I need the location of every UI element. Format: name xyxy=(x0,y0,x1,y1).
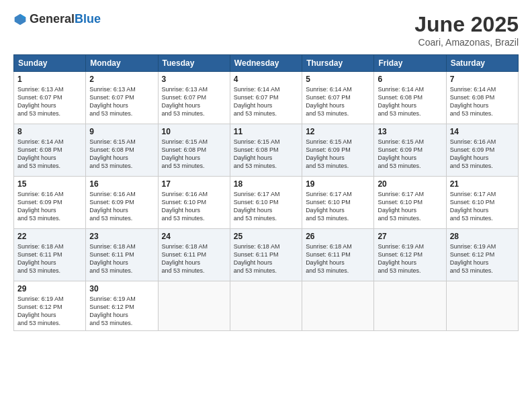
day-number: 30 xyxy=(89,284,154,293)
day-number: 3 xyxy=(162,75,226,84)
calendar-cell: 1 Sunrise: 6:13 AM Sunset: 6:07 PM Dayli… xyxy=(14,72,86,124)
calendar-cell: 20 Sunrise: 6:17 AM Sunset: 6:10 PM Dayl… xyxy=(374,177,446,229)
day-info: Sunrise: 6:15 AM Sunset: 6:09 PM Dayligh… xyxy=(306,138,370,171)
calendar-cell: 23 Sunrise: 6:18 AM Sunset: 6:11 PM Dayl… xyxy=(86,229,158,281)
day-number: 17 xyxy=(162,179,226,189)
day-info: Sunrise: 6:14 AM Sunset: 6:08 PM Dayligh… xyxy=(450,85,515,118)
calendar-weekday-header: Monday xyxy=(86,55,158,72)
day-number: 26 xyxy=(306,232,370,241)
calendar-cell: 28 Sunrise: 6:19 AM Sunset: 6:12 PM Dayl… xyxy=(446,229,518,281)
day-info: Sunrise: 6:14 AM Sunset: 6:07 PM Dayligh… xyxy=(234,85,298,118)
day-number: 15 xyxy=(17,179,82,189)
calendar-cell xyxy=(158,281,230,331)
day-number: 13 xyxy=(378,127,442,136)
day-info: Sunrise: 6:13 AM Sunset: 6:07 PM Dayligh… xyxy=(17,85,82,118)
calendar-cell xyxy=(302,281,374,331)
day-number: 23 xyxy=(89,232,154,241)
calendar-header-row: SundayMondayTuesdayWednesdayThursdayFrid… xyxy=(14,55,519,72)
calendar-cell: 10 Sunrise: 6:15 AM Sunset: 6:08 PM Dayl… xyxy=(158,124,230,177)
calendar-cell xyxy=(446,281,518,331)
calendar-cell: 11 Sunrise: 6:15 AM Sunset: 6:08 PM Dayl… xyxy=(230,124,302,177)
day-info: Sunrise: 6:17 AM Sunset: 6:10 PM Dayligh… xyxy=(306,190,370,223)
day-number: 10 xyxy=(162,127,226,136)
day-info: Sunrise: 6:14 AM Sunset: 6:07 PM Dayligh… xyxy=(306,85,370,118)
day-info: Sunrise: 6:15 AM Sunset: 6:08 PM Dayligh… xyxy=(89,138,154,171)
day-number: 29 xyxy=(17,284,82,293)
calendar-cell: 27 Sunrise: 6:19 AM Sunset: 6:12 PM Dayl… xyxy=(374,229,446,281)
day-info: Sunrise: 6:15 AM Sunset: 6:08 PM Dayligh… xyxy=(162,138,226,171)
calendar-cell: 19 Sunrise: 6:17 AM Sunset: 6:10 PM Dayl… xyxy=(302,177,374,229)
logo: GeneralBlue xyxy=(13,12,101,26)
day-info: Sunrise: 6:18 AM Sunset: 6:11 PM Dayligh… xyxy=(306,242,370,275)
calendar-cell: 5 Sunrise: 6:14 AM Sunset: 6:07 PM Dayli… xyxy=(302,72,374,124)
day-number: 16 xyxy=(89,179,154,189)
day-info: Sunrise: 6:17 AM Sunset: 6:10 PM Dayligh… xyxy=(450,190,515,223)
calendar-cell: 18 Sunrise: 6:17 AM Sunset: 6:10 PM Dayl… xyxy=(230,177,302,229)
calendar-weekday-header: Wednesday xyxy=(230,55,302,72)
calendar-cell: 29 Sunrise: 6:19 AM Sunset: 6:12 PM Dayl… xyxy=(14,281,86,331)
day-number: 18 xyxy=(234,179,298,189)
logo-general: GeneralBlue xyxy=(30,12,101,26)
title-block: June 2025 Coari, Amazonas, Brazil xyxy=(414,12,519,48)
calendar-cell: 26 Sunrise: 6:18 AM Sunset: 6:11 PM Dayl… xyxy=(302,229,374,281)
calendar-cell: 24 Sunrise: 6:18 AM Sunset: 6:11 PM Dayl… xyxy=(158,229,230,281)
day-number: 7 xyxy=(450,75,515,84)
day-number: 5 xyxy=(306,75,370,84)
day-info: Sunrise: 6:17 AM Sunset: 6:10 PM Dayligh… xyxy=(378,190,442,223)
day-info: Sunrise: 6:18 AM Sunset: 6:11 PM Dayligh… xyxy=(89,242,154,275)
day-info: Sunrise: 6:15 AM Sunset: 6:08 PM Dayligh… xyxy=(234,138,298,171)
day-info: Sunrise: 6:19 AM Sunset: 6:12 PM Dayligh… xyxy=(378,242,442,275)
calendar-cell: 6 Sunrise: 6:14 AM Sunset: 6:08 PM Dayli… xyxy=(374,72,446,124)
calendar-cell: 14 Sunrise: 6:16 AM Sunset: 6:09 PM Dayl… xyxy=(446,124,518,177)
calendar-cell: 22 Sunrise: 6:18 AM Sunset: 6:11 PM Dayl… xyxy=(14,229,86,281)
day-info: Sunrise: 6:19 AM Sunset: 6:12 PM Dayligh… xyxy=(89,295,154,328)
day-info: Sunrise: 6:13 AM Sunset: 6:07 PM Dayligh… xyxy=(89,85,154,118)
day-info: Sunrise: 6:16 AM Sunset: 6:09 PM Dayligh… xyxy=(17,190,82,223)
calendar-cell: 2 Sunrise: 6:13 AM Sunset: 6:07 PM Dayli… xyxy=(86,72,158,124)
calendar-weekday-header: Saturday xyxy=(446,55,518,72)
day-number: 2 xyxy=(89,75,154,84)
calendar-cell: 7 Sunrise: 6:14 AM Sunset: 6:08 PM Dayli… xyxy=(446,72,518,124)
day-number: 14 xyxy=(450,127,515,136)
calendar-location: Coari, Amazonas, Brazil xyxy=(414,37,519,48)
day-info: Sunrise: 6:13 AM Sunset: 6:07 PM Dayligh… xyxy=(162,85,226,118)
day-info: Sunrise: 6:19 AM Sunset: 6:12 PM Dayligh… xyxy=(450,242,515,275)
day-info: Sunrise: 6:14 AM Sunset: 6:08 PM Dayligh… xyxy=(17,138,82,171)
day-info: Sunrise: 6:16 AM Sunset: 6:10 PM Dayligh… xyxy=(162,190,226,223)
logo-icon xyxy=(13,13,27,26)
day-info: Sunrise: 6:18 AM Sunset: 6:11 PM Dayligh… xyxy=(17,242,82,275)
day-number: 28 xyxy=(450,232,515,241)
day-number: 1 xyxy=(17,75,82,84)
day-number: 22 xyxy=(17,232,82,241)
calendar-cell xyxy=(230,281,302,331)
calendar-weekday-header: Friday xyxy=(374,55,446,72)
svg-marker-0 xyxy=(15,13,26,25)
day-number: 24 xyxy=(162,232,226,241)
calendar-cell: 3 Sunrise: 6:13 AM Sunset: 6:07 PM Dayli… xyxy=(158,72,230,124)
calendar-title: June 2025 xyxy=(414,12,519,37)
day-number: 25 xyxy=(234,232,298,241)
calendar-cell: 21 Sunrise: 6:17 AM Sunset: 6:10 PM Dayl… xyxy=(446,177,518,229)
calendar-cell: 13 Sunrise: 6:15 AM Sunset: 6:09 PM Dayl… xyxy=(374,124,446,177)
day-info: Sunrise: 6:16 AM Sunset: 6:09 PM Dayligh… xyxy=(450,138,515,171)
calendar-cell: 16 Sunrise: 6:16 AM Sunset: 6:09 PM Dayl… xyxy=(86,177,158,229)
day-number: 4 xyxy=(234,75,298,84)
calendar-cell: 12 Sunrise: 6:15 AM Sunset: 6:09 PM Dayl… xyxy=(302,124,374,177)
calendar-cell: 9 Sunrise: 6:15 AM Sunset: 6:08 PM Dayli… xyxy=(86,124,158,177)
calendar-cell: 4 Sunrise: 6:14 AM Sunset: 6:07 PM Dayli… xyxy=(230,72,302,124)
calendar-weekday-header: Tuesday xyxy=(158,55,230,72)
day-number: 11 xyxy=(234,127,298,136)
calendar-weekday-header: Sunday xyxy=(14,55,86,72)
calendar-cell xyxy=(374,281,446,331)
calendar-cell: 30 Sunrise: 6:19 AM Sunset: 6:12 PM Dayl… xyxy=(86,281,158,331)
day-info: Sunrise: 6:18 AM Sunset: 6:11 PM Dayligh… xyxy=(234,242,298,275)
day-info: Sunrise: 6:16 AM Sunset: 6:09 PM Dayligh… xyxy=(89,190,154,223)
day-info: Sunrise: 6:18 AM Sunset: 6:11 PM Dayligh… xyxy=(162,242,226,275)
day-info: Sunrise: 6:14 AM Sunset: 6:08 PM Dayligh… xyxy=(378,85,442,118)
day-info: Sunrise: 6:17 AM Sunset: 6:10 PM Dayligh… xyxy=(234,190,298,223)
calendar-table: SundayMondayTuesdayWednesdayThursdayFrid… xyxy=(13,54,519,331)
day-number: 8 xyxy=(17,127,82,136)
calendar-cell: 25 Sunrise: 6:18 AM Sunset: 6:11 PM Dayl… xyxy=(230,229,302,281)
day-number: 6 xyxy=(378,75,442,84)
day-number: 21 xyxy=(450,179,515,189)
